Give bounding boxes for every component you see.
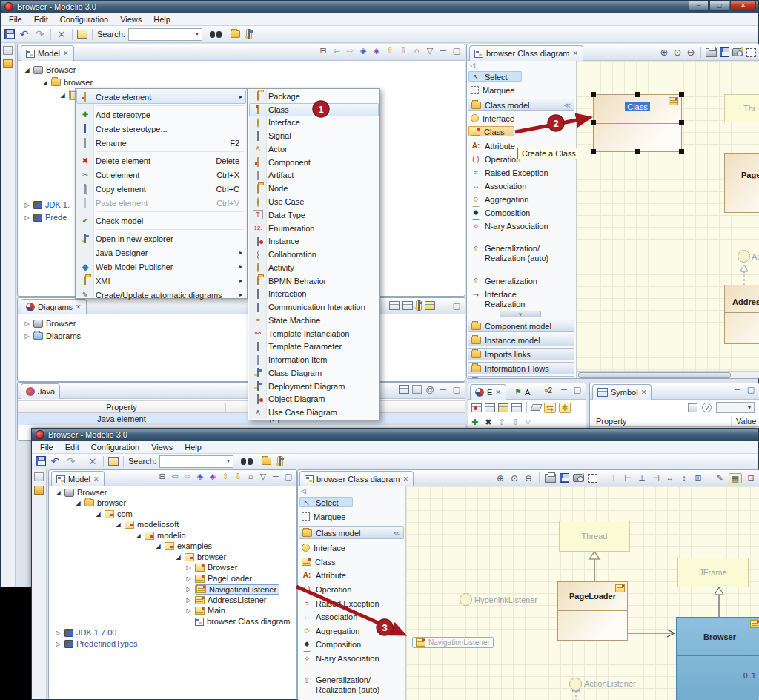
explorer-toggle-icon[interactable]	[246, 29, 252, 39]
more-tabs[interactable]: »2	[544, 386, 552, 394]
zoom-actual-icon[interactable]: ⊙	[509, 474, 520, 483]
align-bottom-icon[interactable]: ⊥	[637, 474, 647, 482]
config-icon[interactable]	[77, 30, 87, 39]
palette-select[interactable]: ↖Select	[299, 497, 353, 507]
palette-association[interactable]: ↔Association	[299, 611, 358, 621]
minimize-view-icon[interactable]: ─	[438, 47, 448, 55]
previous-icon[interactable]: ◈	[195, 472, 205, 481]
close-icon[interactable]: ✕	[63, 50, 69, 57]
palette-attribute[interactable]: A:Attribute	[299, 569, 347, 580]
move-up-icon[interactable]: ⇧	[220, 472, 231, 481]
menu-item-java-designer[interactable]: Java Designer▸	[76, 245, 246, 260]
view-menu-icon[interactable]: ▽	[258, 472, 268, 481]
tree-row[interactable]: ◢Browser	[55, 487, 107, 498]
submenu-item-component[interactable]: Component	[249, 156, 379, 169]
palette-select[interactable]: ↖Select	[468, 71, 522, 82]
submenu-item-interface[interactable]: Interface	[249, 116, 379, 130]
submenu-item-communication-interaction[interactable]: Communication Interaction	[249, 300, 379, 314]
config-icon[interactable]	[108, 457, 119, 466]
save-icon[interactable]	[36, 456, 46, 466]
resize-handle[interactable]	[591, 120, 596, 125]
palette-nary-association[interactable]: ✧N-ary Association	[299, 653, 388, 664]
tab-java[interactable]: Java	[21, 383, 60, 399]
previous-icon[interactable]: ◈	[358, 47, 368, 55]
minimized-view-icon[interactable]	[34, 486, 44, 495]
uml-class-jframe[interactable]: JFrame	[677, 558, 749, 587]
horizontal-scrollbar[interactable]	[577, 371, 759, 378]
class-name-editing[interactable]: Class	[625, 102, 650, 111]
titlebar[interactable]: Browser - Modelio 3.0 ─ ▢ ✕	[1, 1, 758, 13]
submenu-item-use-case-diagram[interactable]: ♙Use Case Diagram	[249, 406, 379, 419]
palette-group-common[interactable]: Common	[468, 376, 574, 379]
save-diagram-icon[interactable]	[720, 47, 729, 57]
snap-icon[interactable]: ⊡	[746, 474, 756, 482]
maximize-view-icon[interactable]: ▢	[746, 386, 756, 394]
submenu-item-enumeration[interactable]: 12.Enumeration	[249, 222, 379, 235]
menu-views[interactable]: Views	[114, 15, 148, 24]
list-layout-icon[interactable]	[402, 301, 413, 310]
next-icon[interactable]: ◈	[208, 472, 218, 481]
redo-icon[interactable]: ↷	[64, 456, 77, 466]
menu-item-create-element[interactable]: Create element▸	[76, 90, 246, 104]
minimize-view-icon[interactable]: ─	[271, 472, 281, 481]
print-icon[interactable]	[545, 474, 556, 483]
interface-lollipop-hyperlink[interactable]	[460, 593, 472, 606]
tree-row-selected[interactable]: ▷NavigationListener	[185, 584, 279, 595]
menu-item-create-stereotype[interactable]: Create stereotype...	[76, 122, 246, 136]
menu-help[interactable]: Help	[179, 443, 208, 452]
maximize-view-icon[interactable]: ▢	[572, 386, 583, 394]
undo-icon[interactable]: ↶	[18, 29, 30, 39]
resize-handle[interactable]	[635, 92, 640, 97]
submenu-item-class-diagram[interactable]: Class Diagram	[249, 366, 379, 380]
palette-class[interactable]: Class	[468, 126, 514, 136]
home-icon[interactable]: ⌂	[411, 47, 422, 55]
tab-e[interactable]: E ✕	[470, 384, 506, 400]
diagram-canvas[interactable]: Class Thr PageL Ac Address	[577, 61, 759, 372]
minimize-view-icon[interactable]: ─	[438, 302, 448, 310]
tree-row[interactable]: ◢com	[95, 509, 133, 519]
close-icon[interactable]: ✕	[402, 475, 408, 483]
palette-marquee[interactable]: Marquee	[468, 85, 515, 95]
palette-attribute[interactable]: A:Attribute	[468, 140, 516, 151]
close-icon[interactable]: ✕	[572, 50, 578, 57]
diagram-canvas[interactable]: Thread JFrame PageLoader Browser Hyperli…	[406, 486, 759, 700]
palette-group-class-model[interactable]: Class model≪	[299, 526, 404, 539]
submenu-item-node[interactable]: Node	[249, 182, 379, 195]
open-folder-icon[interactable]	[231, 30, 240, 38]
copy-icon[interactable]	[412, 385, 422, 394]
same-size-icon[interactable]: ⊞	[693, 474, 703, 482]
maximize-view-icon[interactable]: ▢	[451, 47, 462, 55]
move-down-icon[interactable]: ⇩	[398, 47, 408, 55]
palette-raised-exception[interactable]: ≈Raised Exception	[299, 598, 380, 608]
palette-association[interactable]: ↔Association	[468, 180, 527, 191]
submenu-item-interaction[interactable]: Interaction	[249, 287, 379, 300]
menu-item-check-model[interactable]: ✔Check model	[76, 214, 246, 228]
distribute-v-icon[interactable]: ↕	[679, 474, 689, 482]
back-icon[interactable]: ⇦	[331, 47, 342, 55]
uml-class-pageloader-clipped[interactable]: PageL	[724, 153, 759, 213]
hierarchy-toggle-icon[interactable]	[416, 300, 422, 311]
tab-a[interactable]: ⚑ A	[510, 384, 534, 400]
style-icon[interactable]	[688, 403, 697, 412]
up-icon[interactable]: ⇧	[498, 418, 505, 426]
minimize-view-icon[interactable]: ─	[559, 386, 569, 394]
menu-help[interactable]: Help	[148, 15, 176, 24]
uml-class-thread-clipped[interactable]: Thr	[724, 94, 759, 122]
submenu-item-instance[interactable]: Instance	[249, 234, 379, 248]
close-icon[interactable]: ✕	[76, 303, 82, 311]
swap-toggle[interactable]: ⇆	[544, 403, 556, 413]
palette-marquee[interactable]: Marquee	[299, 511, 346, 521]
grid-toggle[interactable]: ▦	[729, 473, 742, 483]
resize-handle[interactable]	[679, 120, 684, 125]
menu-item-paste-element[interactable]: Paste elementCtrl+V	[76, 196, 246, 210]
submenu-item-bpmn-behavior[interactable]: BPMN Behavior	[249, 274, 379, 288]
tab-symbol[interactable]: Symbol ✕	[592, 384, 652, 400]
menu-configuration[interactable]: Configuration	[54, 15, 114, 24]
table-icon[interactable]	[485, 403, 495, 412]
undo-icon[interactable]: ↶	[49, 456, 62, 466]
doc-icon[interactable]	[399, 385, 409, 394]
interface-lollipop[interactable]	[738, 250, 750, 262]
menu-item-open-in-new-explorer[interactable]: Open in new explorer	[76, 231, 246, 245]
submenu-item-deployment-diagram[interactable]: Deployment Diagram	[249, 380, 379, 393]
maximize-button[interactable]: ▢	[709, 1, 729, 11]
